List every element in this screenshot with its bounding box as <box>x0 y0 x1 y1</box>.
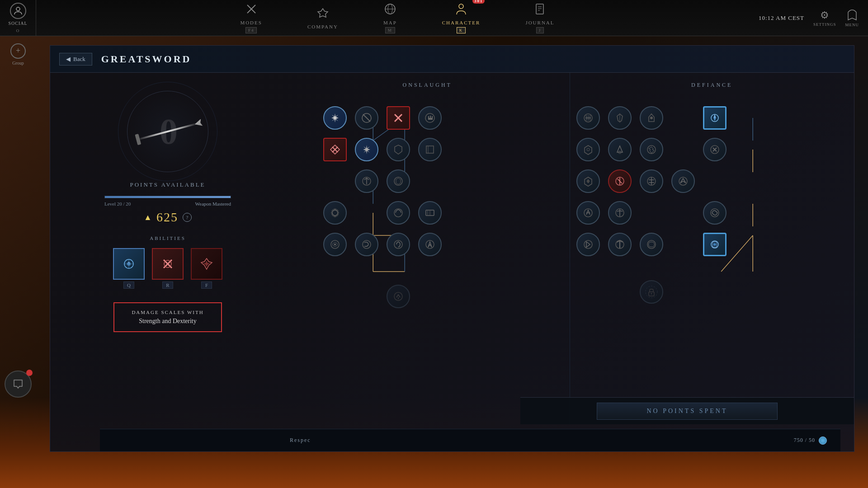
ability-key-r: R <box>162 282 173 289</box>
skill-defiance-1-4[interactable] <box>703 106 726 130</box>
skill-defiance-5-4[interactable] <box>703 233 726 256</box>
social-button[interactable]: SOCIAL O <box>0 0 36 36</box>
skill-defiance-3-1[interactable] <box>576 169 600 193</box>
plus-icon: + <box>10 43 26 59</box>
skill-onslaught-1-4[interactable] <box>418 106 442 130</box>
back-button[interactable]: ◀ Back <box>59 53 92 66</box>
help-button[interactable]: ? <box>183 213 192 222</box>
level-display: Level 20 / 20 <box>104 201 131 206</box>
topbar: SOCIAL O MODES F4 COMPANY <box>0 0 868 36</box>
skill-onslaught-5-1[interactable] <box>323 233 347 256</box>
skill-onslaught-6-1[interactable] <box>387 285 410 308</box>
skill-onslaught-4-2[interactable] <box>387 201 410 225</box>
ability-icon-r[interactable] <box>152 248 184 280</box>
skill-defiance-3-3[interactable] <box>640 169 663 193</box>
back-arrow: ◀ <box>66 56 71 63</box>
skill-onslaught-2-3[interactable] <box>387 138 410 161</box>
tree-sections: ONSLAUGHT <box>285 73 854 424</box>
skill-onslaught-4-3[interactable] <box>418 201 442 225</box>
skill-onslaught-1-1[interactable] <box>323 106 347 130</box>
settings-button[interactable]: ⚙ SETTINGS <box>813 9 836 27</box>
defiance-section: DEFIANCE <box>570 73 854 424</box>
skill-defiance-1-1[interactable] <box>576 106 600 130</box>
skill-onslaught-5-4[interactable] <box>418 233 442 256</box>
skill-onslaught-3-2[interactable] <box>387 169 410 193</box>
azoth-icon <box>819 436 827 445</box>
left-sidebar: 0 POINTS AVAILABLE Level 20 / 20 Weapon … <box>50 73 285 451</box>
skill-defiance-2-2[interactable] <box>608 138 632 161</box>
modes-icon <box>245 3 258 18</box>
mastery-score: ▲ 625 ? <box>144 210 192 225</box>
defiance-title: DEFIANCE <box>579 82 845 89</box>
level-max: 20 <box>126 201 131 206</box>
skill-onslaught-4-1[interactable] <box>323 201 347 225</box>
skill-defiance-4-2[interactable] <box>608 201 632 225</box>
svg-point-46 <box>394 292 402 300</box>
modes-key: F4 <box>245 27 257 33</box>
skill-defiance-5-2[interactable] <box>608 233 632 256</box>
skill-defiance-2-1[interactable] <box>576 138 600 161</box>
modes-label: MODES <box>240 20 262 25</box>
svg-rect-32 <box>426 146 434 153</box>
respec-cost: 750 / 50 <box>794 436 827 445</box>
skill-onslaught-2-4[interactable] <box>418 138 442 161</box>
damage-scales-title: DAMAGE SCALES WITH <box>123 310 212 315</box>
group-label: Group <box>12 61 24 66</box>
skill-defiance-1-3[interactable] <box>640 106 663 130</box>
skill-onslaught-5-3[interactable] <box>387 233 410 256</box>
skill-onslaught-5-2[interactable] <box>355 233 378 256</box>
panel-title: GREATSWORD <box>101 53 192 65</box>
time-display: 10:12 AM CEST <box>759 14 804 22</box>
level-bar-container: Level 20 / 20 Weapon Mastered <box>104 196 231 206</box>
nav-map[interactable]: MAP M <box>374 0 406 37</box>
respec-label: Respec <box>290 437 311 444</box>
nav-character[interactable]: 301 CHARACTER K <box>433 0 490 37</box>
skill-defiance-6-1[interactable] <box>640 280 663 304</box>
ability-icon-q[interactable] <box>113 248 145 280</box>
settings-label: SETTINGS <box>813 22 836 27</box>
nav-company[interactable]: COMPANY <box>298 3 347 33</box>
nav-journal[interactable]: JOURNAL J <box>516 0 563 37</box>
svg-point-43 <box>363 240 371 249</box>
ability-slot-q: Q <box>113 248 145 289</box>
abilities-row: Q R <box>113 248 222 289</box>
chat-badge <box>26 370 33 376</box>
skill-onslaught-1-2[interactable] <box>355 106 378 130</box>
onslaught-title: ONSLAUGHT <box>294 82 561 89</box>
skill-defiance-3-4[interactable] <box>671 169 695 193</box>
points-available: POINTS AVAILABLE <box>130 181 205 188</box>
skill-defiance-4-3[interactable] <box>703 201 726 225</box>
skill-defiance-5-3[interactable] <box>640 233 663 256</box>
skill-defiance-4-1[interactable] <box>576 201 600 225</box>
group-button[interactable]: + Group <box>5 41 32 68</box>
ability-key-f: F <box>201 282 212 289</box>
skill-onslaught-3-1[interactable] <box>355 169 378 193</box>
svg-point-12 <box>127 262 131 266</box>
onslaught-canvas <box>294 98 561 333</box>
onslaught-section: ONSLAUGHT <box>285 73 570 424</box>
gear-icon: ⚙ <box>820 9 830 21</box>
journal-key: J <box>536 27 544 33</box>
skill-defiance-5-1[interactable] <box>576 233 600 256</box>
chat-button[interactable] <box>5 371 32 398</box>
skill-defiance-3-2[interactable] <box>608 169 632 193</box>
menu-button[interactable]: MENU <box>845 9 859 27</box>
ability-slot-f: F <box>191 248 222 289</box>
nav-modes[interactable]: MODES F4 <box>231 0 271 37</box>
skill-defiance-2-3[interactable] <box>640 138 663 161</box>
skill-onslaught-1-3[interactable] <box>387 106 410 130</box>
character-label: CHARACTER <box>442 20 481 25</box>
skill-onslaught-2-1[interactable] <box>323 138 347 161</box>
ability-icon-f[interactable] <box>191 248 222 280</box>
svg-point-6 <box>459 4 463 9</box>
topbar-right: 10:12 AM CEST ⚙ SETTINGS MENU <box>759 9 868 27</box>
score-value: 625 <box>156 210 178 225</box>
character-key: K <box>457 27 466 33</box>
abilities-section-label: ABILITIES <box>150 235 186 241</box>
level-info: Level 20 / 20 Weapon Mastered <box>104 201 231 206</box>
svg-point-35 <box>394 177 402 185</box>
skill-defiance-1-2[interactable] <box>608 106 632 130</box>
no-points-button[interactable]: NO POINTS SPENT <box>597 403 778 420</box>
skill-defiance-2-4[interactable] <box>703 138 726 161</box>
skill-onslaught-2-2[interactable] <box>355 138 378 161</box>
